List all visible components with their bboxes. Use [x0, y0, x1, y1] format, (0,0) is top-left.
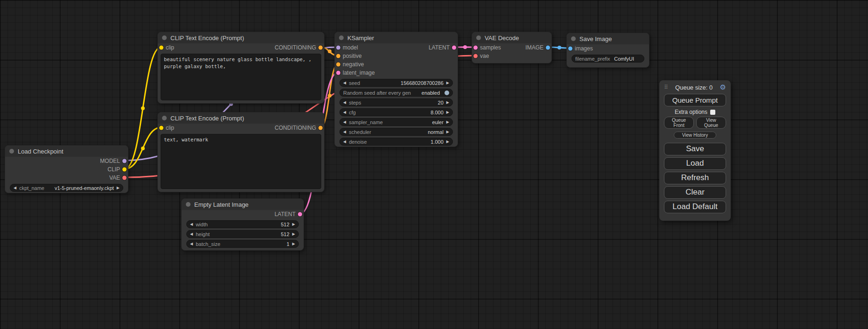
conditioning-output-slot[interactable]	[318, 46, 323, 50]
latent-output-slot[interactable]	[452, 46, 456, 50]
drag-handle-icon[interactable]: ⠿	[664, 84, 668, 91]
node-status-icon	[186, 202, 191, 207]
decrement-arrow-icon[interactable]: ◀	[343, 101, 346, 105]
filename-prefix-widget[interactable]: filename_prefix ComfyUI	[572, 55, 644, 63]
widget-value: 512	[281, 231, 289, 237]
increment-arrow-icon[interactable]: ▶	[117, 186, 120, 190]
seed-widget[interactable]: ◀ seed 156680208700286 ▶	[339, 79, 453, 87]
input-label-clip: clip	[166, 125, 174, 131]
node-clip-text-encode-positive[interactable]: CLIP Text Encode (Prompt) clip CONDITION…	[157, 32, 325, 104]
node-title-bar[interactable]: KSampler	[335, 32, 458, 43]
clear-button[interactable]: Clear	[664, 186, 726, 199]
wire-clip-positive	[125, 47, 161, 169]
latent-output-slot[interactable]	[298, 212, 302, 217]
height-widget[interactable]: ◀ height 512 ▶	[186, 230, 299, 238]
decrement-arrow-icon[interactable]: ◀	[14, 186, 16, 190]
widget-label: cfg	[349, 110, 356, 115]
extra-options-label: Extra options	[675, 109, 707, 115]
sampler-name-widget[interactable]: ◀ sampler_name euler ▶	[339, 118, 453, 126]
node-title-bar[interactable]: Load Checkpoint	[5, 146, 128, 157]
negative-input-slot[interactable]	[336, 63, 340, 67]
width-widget[interactable]: ◀ width 512 ▶	[186, 220, 299, 228]
decrement-arrow-icon[interactable]: ◀	[343, 81, 346, 85]
input-label-images: images	[575, 45, 593, 52]
node-title: KSampler	[347, 35, 374, 42]
denoise-widget[interactable]: ◀ denoise 1.000 ▶	[339, 138, 453, 146]
widget-value: 156680208700286	[401, 80, 444, 86]
steps-widget[interactable]: ◀ steps 20 ▶	[339, 98, 453, 106]
clip-output-slot[interactable]	[122, 168, 127, 172]
decrement-arrow-icon[interactable]: ◀	[343, 130, 346, 134]
extra-options-checkbox[interactable]	[710, 110, 715, 115]
queue-front-button[interactable]: Queue Front	[664, 117, 694, 129]
negative-prompt-textarea[interactable]: text, watermark	[161, 134, 321, 189]
decrement-arrow-icon[interactable]: ◀	[343, 140, 346, 144]
decrement-arrow-icon[interactable]: ◀	[190, 232, 193, 236]
node-ksampler[interactable]: KSampler model LATENT positive negative …	[334, 32, 458, 147]
load-button[interactable]: Load	[664, 157, 726, 170]
node-empty-latent-image[interactable]: Empty Latent Image LATENT ◀ width 512 ▶ …	[181, 198, 304, 251]
view-queue-button[interactable]: View Queue	[696, 117, 726, 129]
node-status-icon	[571, 36, 576, 41]
node-title-bar[interactable]: CLIP Text Encode (Prompt)	[158, 112, 324, 124]
increment-arrow-icon[interactable]: ▶	[446, 140, 449, 144]
decrement-arrow-icon[interactable]: ◀	[190, 223, 193, 226]
random-seed-toggle[interactable]: Random seed after every gen enabled	[339, 89, 453, 97]
node-title-bar[interactable]: CLIP Text Encode (Prompt)	[158, 32, 324, 43]
input-label-samples: samples	[480, 44, 501, 51]
input-label-negative: negative	[343, 61, 364, 68]
clip-input-slot[interactable]	[159, 46, 163, 50]
increment-arrow-icon[interactable]: ▶	[446, 81, 449, 85]
positive-prompt-textarea[interactable]: beautiful scenery nature glass bottle la…	[161, 54, 321, 100]
settings-gear-icon[interactable]: ⚙	[720, 83, 726, 91]
queue-prompt-button[interactable]: Queue Prompt	[664, 94, 726, 106]
node-title: CLIP Text Encode (Prompt)	[170, 35, 244, 42]
input-label-model: model	[343, 44, 358, 51]
control-panel: ⠿ Queue size: 0 ⚙ Queue Prompt Extra opt…	[659, 80, 731, 221]
decrement-arrow-icon[interactable]: ◀	[190, 242, 193, 246]
increment-arrow-icon[interactable]: ▶	[446, 111, 449, 114]
model-input-slot[interactable]	[336, 46, 340, 50]
load-default-button[interactable]: Load Default	[664, 201, 726, 213]
input-label-positive: positive	[343, 53, 362, 59]
vae-input-slot[interactable]	[473, 54, 478, 58]
increment-arrow-icon[interactable]: ▶	[446, 130, 449, 134]
decrement-arrow-icon[interactable]: ◀	[343, 111, 346, 114]
toggle-dot-icon[interactable]	[445, 91, 449, 95]
save-button[interactable]: Save	[664, 143, 726, 155]
wire-clip-negative	[125, 127, 161, 169]
decrement-arrow-icon[interactable]: ◀	[343, 120, 346, 124]
wire-dot-clip-negative	[141, 147, 145, 150]
clip-input-slot[interactable]	[159, 126, 163, 130]
node-save-image[interactable]: Save Image images filename_prefix ComfyU…	[566, 33, 649, 68]
increment-arrow-icon[interactable]: ▶	[446, 120, 449, 124]
increment-arrow-icon[interactable]: ▶	[292, 232, 295, 236]
view-history-button[interactable]: View History	[674, 132, 716, 139]
node-title: Empty Latent Image	[194, 201, 248, 208]
node-title-bar[interactable]: Empty Latent Image	[182, 199, 303, 210]
cfg-widget[interactable]: ◀ cfg 8.000 ▶	[339, 108, 453, 116]
node-load-checkpoint[interactable]: Load Checkpoint MODEL CLIP VAE ◀ ckpt_na…	[5, 145, 128, 193]
node-title-bar[interactable]: Save Image	[567, 33, 649, 44]
positive-input-slot[interactable]	[336, 54, 340, 58]
refresh-button[interactable]: Refresh	[664, 172, 726, 184]
output-label-vae: VAE	[109, 175, 120, 181]
increment-arrow-icon[interactable]: ▶	[292, 223, 295, 226]
node-status-icon	[9, 149, 14, 154]
node-graph-canvas[interactable]: Load Checkpoint MODEL CLIP VAE ◀ ckpt_na…	[0, 0, 868, 329]
batch-size-widget[interactable]: ◀ batch_size 1 ▶	[186, 240, 299, 248]
increment-arrow-icon[interactable]: ▶	[292, 242, 295, 246]
samples-input-slot[interactable]	[473, 46, 478, 50]
image-output-slot[interactable]	[546, 46, 550, 50]
images-input-slot[interactable]	[568, 47, 572, 51]
conditioning-output-slot[interactable]	[318, 126, 323, 130]
ckpt-name-widget[interactable]: ◀ ckpt_name v1-5-pruned-emaonly.ckpt ▶	[10, 184, 123, 192]
model-output-slot[interactable]	[122, 159, 127, 163]
increment-arrow-icon[interactable]: ▶	[446, 101, 449, 105]
latent-image-input-slot[interactable]	[336, 71, 340, 75]
node-title-bar[interactable]: VAE Decode	[472, 32, 551, 43]
node-clip-text-encode-negative[interactable]: CLIP Text Encode (Prompt) clip CONDITION…	[157, 112, 325, 192]
vae-output-slot[interactable]	[122, 176, 127, 180]
node-vae-decode[interactable]: VAE Decode samples IMAGE vae	[472, 32, 552, 63]
scheduler-widget[interactable]: ◀ scheduler normal ▶	[339, 128, 453, 136]
